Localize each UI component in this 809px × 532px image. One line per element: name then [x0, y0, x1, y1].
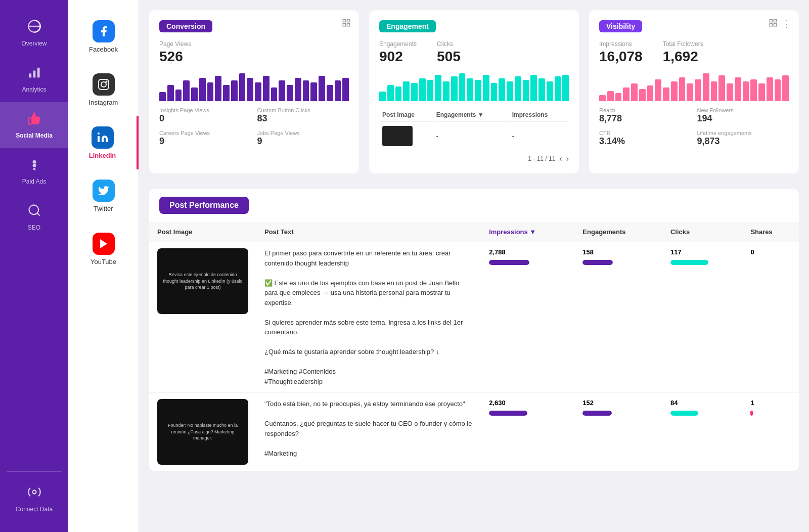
visibility-sub-metrics: Reach 8,778 New Followers 194 CTR 3.14% …: [599, 107, 789, 147]
seo-icon: [27, 203, 41, 221]
engagement-chart: [379, 71, 569, 101]
engagement-card: Engagement Engagements 902 Clicks 505 Po…: [369, 10, 579, 173]
platform-navigation: Facebook Instagram LinkedIn Twitter YouT…: [68, 0, 139, 532]
linkedin-icon: [92, 126, 114, 149]
page-views-metric: Page Views 526: [159, 40, 191, 65]
visibility-badge: Visibility: [599, 20, 642, 32]
post-thumb-cell: [380, 123, 433, 149]
svg-rect-3: [37, 68, 39, 78]
impressions-label: Impressions: [599, 40, 643, 48]
pp-post-image-cell: Founder: No hablaste mucho en la reunión…: [149, 393, 256, 471]
page-views-label: Page Views: [159, 40, 191, 48]
main-content: Conversion Page Views 526 Insights Page …: [139, 0, 809, 532]
clicks-metric: Clicks 505: [437, 40, 461, 65]
post-performance-header: Post Performance: [149, 189, 799, 222]
connect-data-label: Connect Data: [16, 506, 53, 513]
visibility-chart-icon[interactable]: [769, 18, 778, 29]
lifetime-engagements-label: Lifetime engagements: [697, 130, 789, 136]
overview-icon: [27, 19, 41, 37]
svg-point-14: [98, 132, 100, 135]
new-followers-label: New Followers: [697, 107, 789, 113]
nav-divider: [7, 471, 62, 472]
pp-col-clicks[interactable]: Clicks: [662, 222, 742, 242]
pp-table-row: Revisa este ejemplo de contenido thought…: [149, 242, 799, 393]
svg-point-6: [33, 168, 35, 170]
insights-page-views-metric: Insights Page Views 0: [159, 107, 251, 124]
insights-label: Insights Page Views: [159, 107, 251, 113]
conversion-sub-metrics: Insights Page Views 0 Custom Button Clic…: [159, 107, 349, 147]
pagination-info: 1 - 11 / 11: [528, 155, 555, 162]
post-performance-badge: Post Performance: [159, 197, 249, 214]
ctr-label: CTR: [599, 130, 691, 136]
ctr-metric: CTR 3.14%: [599, 130, 691, 147]
nav-twitter[interactable]: Twitter: [68, 169, 139, 223]
next-page-button[interactable]: ›: [566, 154, 569, 163]
nav-linkedin[interactable]: LinkedIn: [68, 116, 139, 169]
svg-rect-22: [774, 24, 777, 26]
insights-value: 0: [159, 113, 164, 123]
total-followers-metric: Total Followers 1,692: [663, 40, 703, 65]
pp-post-image: Revisa este ejemplo de contenido thought…: [157, 248, 248, 314]
prev-page-button[interactable]: ‹: [559, 154, 562, 163]
nav-youtube[interactable]: YouTube: [68, 223, 139, 276]
custom-clicks-value: 83: [257, 113, 267, 123]
nav-paid-ads[interactable]: Paid Ads: [0, 148, 68, 194]
engagements-label: Engagements: [379, 40, 417, 48]
visibility-card: Visibility ⋮ Impressions 16,078 Total Fo…: [589, 10, 799, 173]
analytics-label: Analytics: [22, 86, 46, 93]
nav-instagram[interactable]: Instagram: [68, 63, 139, 116]
engagement-table-container: Post Image Engagements ▼ Impressions - -: [379, 107, 569, 163]
nav-facebook[interactable]: Facebook: [68, 10, 139, 63]
jobs-value: 9: [257, 136, 262, 146]
svg-point-9: [32, 491, 36, 494]
svg-rect-21: [774, 19, 777, 22]
col-post-image: Post Image: [380, 108, 433, 122]
pp-col-impressions[interactable]: Impressions ▼: [481, 222, 574, 242]
pp-table-header-row: Post Image Post Text Impressions ▼ Engag…: [149, 222, 799, 242]
svg-point-11: [101, 82, 106, 87]
jobs-page-views-metric: Jobs Page Views 9: [257, 130, 349, 147]
overview-label: Overview: [21, 40, 47, 47]
nav-overview[interactable]: Overview: [0, 10, 68, 56]
pp-clicks-cell: 84: [662, 393, 742, 471]
pp-post-image: Founder: No hablaste mucho en la reunión…: [157, 399, 248, 465]
pp-col-engagements[interactable]: Engagements: [574, 222, 662, 242]
pp-impressions-cell: 2,630: [481, 393, 574, 471]
engagement-metrics: Engagements 902 Clicks 505: [379, 40, 569, 65]
col-engagements[interactable]: Engagements ▼: [434, 108, 509, 122]
total-followers-value: 1,692: [663, 49, 698, 64]
pp-table-row: Founder: No hablaste mucho en la reunión…: [149, 393, 799, 471]
svg-line-8: [37, 213, 39, 215]
lifetime-engagements-metric: Lifetime engagements 9,873: [697, 130, 789, 147]
new-followers-metric: New Followers 194: [697, 107, 789, 124]
pp-col-image: Post Image: [149, 222, 256, 242]
facebook-icon: [93, 20, 115, 42]
svg-rect-19: [343, 24, 345, 26]
pp-col-shares[interactable]: Shares: [742, 222, 799, 242]
visibility-chart: [599, 71, 789, 101]
nav-seo[interactable]: SEO: [0, 194, 68, 240]
svg-point-7: [29, 205, 38, 215]
nav-connect-data[interactable]: Connect Data: [0, 476, 68, 522]
nav-analytics[interactable]: Analytics: [0, 56, 68, 102]
svg-rect-10: [99, 79, 109, 90]
linkedin-label: LinkedIn: [89, 152, 116, 159]
svg-point-5: [32, 164, 36, 167]
careers-page-views-metric: Careers Page Views 9: [159, 130, 251, 147]
conversion-chart: [159, 71, 349, 101]
instagram-icon: [93, 73, 115, 96]
svg-rect-13: [98, 136, 100, 142]
svg-rect-17: [347, 19, 350, 22]
nav-social-media[interactable]: Social Media: [0, 102, 68, 148]
svg-marker-15: [100, 239, 107, 248]
social-media-label: Social Media: [16, 132, 53, 139]
engagements-value: 902: [379, 49, 403, 64]
youtube-icon: [93, 233, 115, 255]
visibility-menu-icon[interactable]: ⋮: [782, 18, 791, 29]
chart-icon[interactable]: [342, 18, 351, 29]
analytics-icon: [27, 65, 41, 83]
pp-shares-cell: 1: [742, 393, 799, 471]
jobs-label: Jobs Page Views: [257, 130, 349, 136]
twitter-icon: [93, 180, 115, 202]
pp-col-text: Post Text: [256, 222, 481, 242]
